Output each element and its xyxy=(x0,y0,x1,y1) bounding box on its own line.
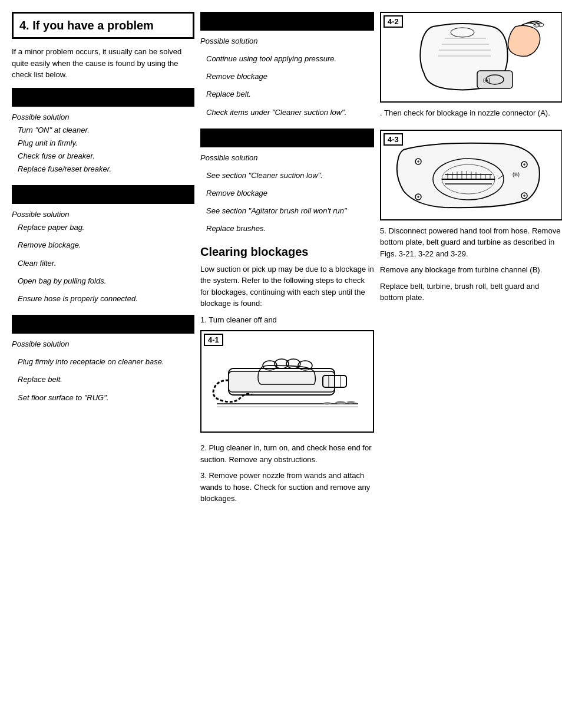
black-bar-2 xyxy=(12,185,194,204)
col2-sol-1-7: Check items under "Cleaner suction low". xyxy=(206,107,374,118)
solution-1-4: Replace fuse/reset breaker. xyxy=(18,164,194,174)
page-layout: 4. If you have a problem If a minor prob… xyxy=(12,12,550,509)
col2-sol-1-1: Continue using tool applying pressure. xyxy=(206,54,374,64)
svg-rect-2 xyxy=(229,371,335,392)
fig42-caption: . Then check for blockage in nozzle conn… xyxy=(380,107,562,119)
possible-solution-col2-2: Possible solution xyxy=(200,153,374,162)
fig42-label: 4-2 xyxy=(384,15,403,28)
para1: 5. Disconnect powered hand tool from hos… xyxy=(380,225,562,260)
fig41-image xyxy=(201,331,373,431)
possible-solution-col2-1: Possible solution xyxy=(200,37,374,45)
figure-41-container: 4-1 xyxy=(200,330,374,433)
fig43-svg: (B) xyxy=(386,132,557,218)
para3: Replace belt, turbine, brush roll, belt … xyxy=(380,281,562,304)
fig41-svg xyxy=(205,333,370,430)
solution-3-1: Plug firmly into receptacle on cleaner b… xyxy=(18,357,194,367)
solution-2-9: Ensure hose is properly connected. xyxy=(18,294,194,304)
fig41-label: 4-1 xyxy=(204,334,223,346)
solution-2-3: Remove blockage. xyxy=(18,240,194,251)
intro-text: If a minor problem occurs, it usually ca… xyxy=(12,46,194,81)
fig43-image: (B) xyxy=(381,131,561,219)
col2-sol-1-3: Remove blockage xyxy=(206,71,374,82)
step2: 2. Plug cleaner in, turn on, and check h… xyxy=(200,442,374,465)
svg-text:(B): (B) xyxy=(513,172,520,177)
clearing-text: Low suction or pick up may be due to a b… xyxy=(200,263,374,309)
step3: 3. Remove power nozzle from wands and at… xyxy=(200,470,374,505)
col2-sol-2-5: See section "Agitator brush roll won't r… xyxy=(206,206,374,216)
section-title-box: 4. If you have a problem xyxy=(12,12,194,39)
solution-1-2: Plug unit in firmly. xyxy=(18,138,194,149)
col2-sol-1-5: Replace belt. xyxy=(206,89,374,100)
column-1: 4. If you have a problem If a minor prob… xyxy=(12,12,194,509)
col2-sol-2-7: Replace brushes. xyxy=(206,223,374,234)
figure-42-container: 4-2 (A) xyxy=(380,12,562,103)
solution-1-1: Turn "ON" at cleaner. xyxy=(18,125,194,136)
figure-43-container: 4-3 xyxy=(380,130,562,220)
black-bar-col2-1 xyxy=(200,12,374,31)
solution-3-5: Set floor surface to "RUG". xyxy=(18,393,194,403)
solution-2-1: Replace paper bag. xyxy=(18,222,194,233)
fig42-image: (A) xyxy=(381,13,561,101)
column-3: 4-2 (A) xyxy=(380,12,562,509)
clearing-blockages-title: Clearing blockages xyxy=(200,245,374,259)
para2: Remove any blockage from turbine channel… xyxy=(380,264,562,276)
black-bar-1 xyxy=(12,88,194,107)
col2-sol-2-3: Remove blockage xyxy=(206,188,374,199)
solution-2-7: Open bag by pulling folds. xyxy=(18,276,194,286)
col2-sol-2-1: See section "Cleaner suction low". xyxy=(206,170,374,181)
svg-rect-14 xyxy=(477,71,513,88)
solution-1-3: Check fuse or breaker. xyxy=(18,151,194,162)
fig42-caption-text: . Then check for blockage in nozzle conn… xyxy=(380,108,550,117)
black-bar-3 xyxy=(12,315,194,334)
possible-solution-2: Possible solution xyxy=(12,210,194,219)
fig42-svg: (A) xyxy=(386,15,557,100)
column-2: Possible solution Continue using tool ap… xyxy=(200,12,374,509)
solution-3-3: Replace belt. xyxy=(18,374,194,385)
step1: 1. Turn cleaner off and xyxy=(200,314,374,326)
solution-2-5: Clean filter. xyxy=(18,258,194,269)
fig43-label: 4-3 xyxy=(384,133,403,146)
black-bar-col2-2 xyxy=(200,129,374,147)
possible-solution-1: Possible solution xyxy=(12,113,194,121)
section-title: 4. If you have a problem xyxy=(19,18,187,32)
possible-solution-3: Possible solution xyxy=(12,340,194,348)
